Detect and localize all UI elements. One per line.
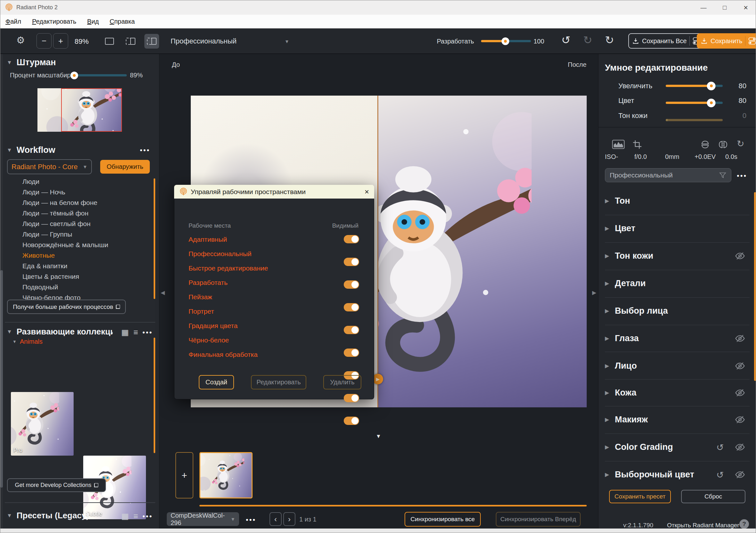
workflow-item-selected[interactable]: Животные xyxy=(22,252,108,259)
boost-slider[interactable] xyxy=(666,85,723,87)
workspace-visibility-toggle[interactable] xyxy=(344,258,359,266)
zoom-out-button[interactable]: − xyxy=(37,33,52,49)
view-split-button[interactable] xyxy=(123,34,138,49)
preset-menu-dots[interactable]: ••• xyxy=(737,172,747,180)
edit-button[interactable]: Редактировать xyxy=(251,375,306,390)
skin-tone-slider[interactable] xyxy=(666,119,723,121)
workflow-dropdown[interactable]: Radiant Photo - Core ▼ xyxy=(7,159,92,174)
workspace-visibility-toggle[interactable] xyxy=(344,326,359,334)
reset-button[interactable]: Сброс xyxy=(681,490,745,503)
view-compare-button[interactable] xyxy=(144,34,159,49)
navigator-header[interactable]: ▼ Штурман xyxy=(7,58,56,67)
get-more-workflows-button[interactable]: Получи больше рабочих процессов xyxy=(7,300,126,314)
menu-help[interactable]: Справка xyxy=(110,18,135,25)
section-makeup[interactable]: ▶ Макияж xyxy=(605,415,648,425)
menu-view[interactable]: Вид xyxy=(87,18,98,25)
workspace-visibility-toggle[interactable] xyxy=(344,303,359,312)
collections-menu-dots[interactable]: ••• xyxy=(143,328,153,337)
flip-horizontal-icon[interactable] xyxy=(718,140,728,149)
list-view-icon[interactable]: ≡ xyxy=(133,512,138,521)
preset-dropdown[interactable]: Профессиональный xyxy=(605,168,731,182)
section-skin-tone[interactable]: ▶ Тон кожи xyxy=(605,251,653,261)
section-face-select[interactable]: ▶ Выбор лица xyxy=(605,306,668,316)
collections-header[interactable]: ▼ Развивающие коллекции xyxy=(7,327,113,337)
previous-image-button[interactable]: ‹ xyxy=(269,512,282,526)
workspace-row-label[interactable]: Портрет xyxy=(189,308,214,315)
workflow-item[interactable]: Цветы & растения xyxy=(22,273,108,280)
collections-scrollbar[interactable] xyxy=(154,338,155,453)
save-all-button[interactable]: Сохранить Все xyxy=(628,33,704,49)
workflow-item[interactable]: Подводный xyxy=(22,283,108,291)
eye-off-icon[interactable] xyxy=(735,362,745,370)
sync-forward-button[interactable]: Синхронизировать Вперёд xyxy=(496,512,580,527)
collection-group-row[interactable]: ▼ Animals xyxy=(13,338,42,345)
filmstrip-scrollbar[interactable] xyxy=(200,505,587,506)
section-color[interactable]: ▶ Цвет xyxy=(605,223,635,233)
menu-file[interactable]: Файл xyxy=(6,18,21,25)
collection-thumb-pro[interactable]: Pro xyxy=(11,392,74,456)
flip-vertical-icon[interactable] xyxy=(700,140,710,149)
redo-icon[interactable]: ↻ xyxy=(583,34,592,46)
navigator-zoom-knob[interactable] xyxy=(70,72,78,79)
workspace-visibility-toggle[interactable] xyxy=(344,235,359,243)
color-slider[interactable] xyxy=(666,102,723,104)
workflow-scrollbar[interactable] xyxy=(154,178,155,299)
dialog-close-icon[interactable]: × xyxy=(364,187,369,196)
workflow-item[interactable]: Люди xyxy=(22,178,108,186)
workspace-row-label[interactable]: Быстрое редактирование xyxy=(189,265,268,272)
crop-icon[interactable] xyxy=(633,140,642,149)
undo-icon[interactable]: ↺ xyxy=(561,34,571,46)
workspace-row-label[interactable]: Профессиональный xyxy=(189,250,252,258)
workspace-row-label[interactable]: Разработать xyxy=(189,279,228,287)
workflow-item[interactable]: Новорождённые & малыши xyxy=(22,241,108,249)
presets-menu-dots[interactable]: ••• xyxy=(143,512,153,520)
section-face[interactable]: ▶ Лицо xyxy=(605,361,637,371)
dialog-title-bar[interactable]: Управляй рабочими пространствами × xyxy=(174,185,374,198)
minimize-button[interactable]: — xyxy=(693,0,714,15)
filename-dropdown[interactable]: CompDeskWalCol-296 ▼ xyxy=(167,512,239,526)
eye-off-icon[interactable] xyxy=(735,443,745,451)
navigator-thumbnail[interactable] xyxy=(38,88,122,132)
workspace-row-label[interactable]: Чёрно-белое xyxy=(189,336,229,344)
next-image-button[interactable]: › xyxy=(283,512,295,526)
file-menu-dots[interactable]: ••• xyxy=(246,516,256,524)
grid-view-icon[interactable]: ▦ xyxy=(121,328,129,337)
develop-slider[interactable] xyxy=(481,40,531,42)
delete-button[interactable]: Удалить xyxy=(323,375,361,390)
workspace-visibility-toggle[interactable] xyxy=(344,394,359,402)
reset-icon[interactable]: ↺ xyxy=(716,470,724,480)
create-button[interactable]: Создай xyxy=(199,375,234,390)
workspace-visibility-toggle[interactable] xyxy=(344,348,359,357)
section-selective-color[interactable]: ▶ Выборочный цвет xyxy=(605,470,694,480)
eye-off-icon[interactable] xyxy=(735,252,745,260)
zoom-in-button[interactable]: + xyxy=(53,33,68,49)
eye-off-icon[interactable] xyxy=(735,389,745,397)
workflow-item[interactable]: Люди — Группы xyxy=(22,231,108,238)
boost-slider-knob[interactable] xyxy=(707,82,716,90)
add-image-button[interactable]: + xyxy=(176,452,193,498)
develop-slider-knob[interactable] xyxy=(501,38,509,45)
workspace-row-label[interactable]: Адаптивный xyxy=(189,236,227,243)
reset-icon[interactable]: ↺ xyxy=(716,442,724,453)
workspace-row-label[interactable]: Пейзаж xyxy=(189,293,212,301)
rotate-icon[interactable]: ↻ xyxy=(737,139,744,149)
collapse-filmstrip-icon[interactable]: ▼ xyxy=(376,433,381,440)
workflow-item[interactable]: Еда & напитки xyxy=(22,262,108,270)
eye-off-icon[interactable] xyxy=(735,334,745,343)
menu-edit[interactable]: Редактировать xyxy=(32,18,76,25)
save-preset-button[interactable]: Сохранить пресет xyxy=(609,490,671,503)
list-view-icon[interactable]: ≡ xyxy=(133,328,138,337)
section-tone[interactable]: ▶ Тон xyxy=(605,196,630,206)
presets-header[interactable]: ▼ Пресеты (Legacy) xyxy=(7,511,89,520)
eye-off-icon[interactable] xyxy=(735,470,745,479)
workflow-item[interactable]: Люди — светлый фон xyxy=(22,220,108,228)
section-skin[interactable]: ▶ Кожа xyxy=(605,388,636,398)
workflow-menu-dots[interactable]: ••• xyxy=(140,146,150,154)
section-details[interactable]: ▶ Детали xyxy=(605,278,646,289)
workflow-header[interactable]: ▼ Workflow xyxy=(7,145,55,155)
workflow-item[interactable]: Люди — тёмный фон xyxy=(22,210,108,217)
right-panel-scrollbar[interactable] xyxy=(754,192,756,381)
histogram-icon[interactable] xyxy=(612,140,625,149)
section-color-grading[interactable]: ▶ Color Grading xyxy=(605,442,673,452)
section-eyes[interactable]: ▶ Глаза xyxy=(605,334,639,343)
